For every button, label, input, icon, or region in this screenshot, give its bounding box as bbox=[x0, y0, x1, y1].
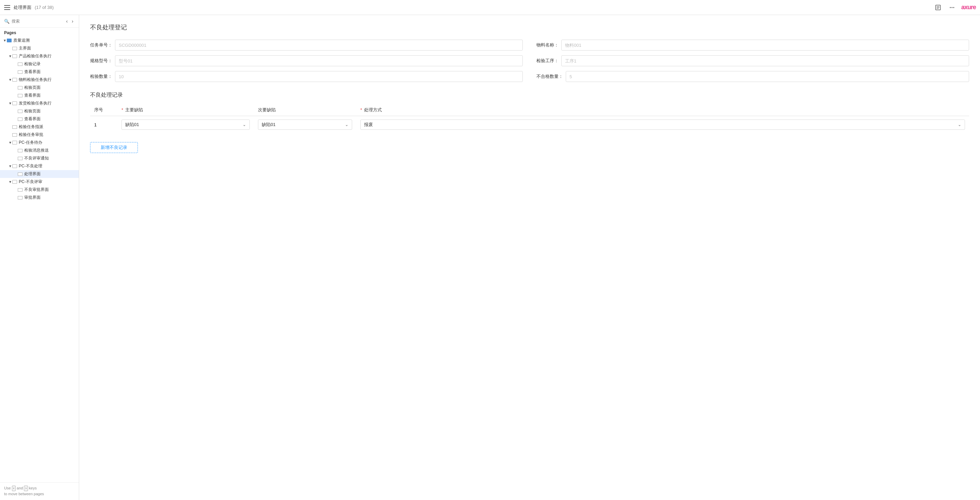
sidebar-item-mat-view[interactable]: 查看界面 bbox=[0, 91, 79, 99]
add-defect-record-button[interactable]: 新增不良记录 bbox=[90, 142, 138, 153]
sidebar-item-label: 产品检验任务执行 bbox=[19, 53, 51, 59]
task-no-input[interactable] bbox=[115, 40, 523, 51]
sidebar-item-pc-bad[interactable]: ▼ PC-不良处理 bbox=[0, 162, 79, 170]
topbar-left: 处理界面 (17 of 38) bbox=[4, 5, 934, 11]
sidebar-item-label: 检验任务审批 bbox=[19, 132, 43, 137]
cell-main-defect: 缺陷01 ⌄ bbox=[118, 116, 254, 134]
nav-next-arrow[interactable]: › bbox=[70, 18, 75, 25]
spec-field: 规格型号： bbox=[90, 55, 523, 66]
folder-icon bbox=[12, 78, 17, 81]
sidebar-item-label: 质量追溯 bbox=[13, 38, 30, 43]
sidebar: 🔍 ‹ › Pages ▼ 质量追溯 主界面 bbox=[0, 15, 79, 500]
nav-prev-arrow[interactable]: ‹ bbox=[65, 18, 69, 25]
sidebar-item-label: 不良审批界面 bbox=[24, 187, 49, 193]
sidebar-search-bar: 🔍 ‹ › bbox=[0, 15, 79, 28]
folder-icon bbox=[12, 101, 17, 105]
page-icon bbox=[12, 125, 17, 129]
page-icon bbox=[18, 86, 22, 89]
sidebar-item-label: 发货检验任务执行 bbox=[19, 101, 51, 106]
sidebar-item-prod-record[interactable]: 检验记录 bbox=[0, 60, 79, 68]
folder-icon bbox=[12, 141, 17, 144]
main-defect-select[interactable]: 缺陷01 ⌄ bbox=[121, 120, 250, 130]
minor-defect-select[interactable]: 缺陷01 ⌄ bbox=[258, 120, 352, 130]
sidebar-item-label: 检验任务指派 bbox=[19, 124, 43, 130]
sidebar-item-main-ui[interactable]: 主界面 bbox=[0, 45, 79, 52]
defect-table: 序号 主要缺陷 次要缺陷 处理方式 1 bbox=[90, 104, 969, 133]
svg-point-5 bbox=[951, 7, 952, 8]
hamburger-icon[interactable] bbox=[4, 5, 10, 10]
sidebar-item-label: 查看界面 bbox=[24, 116, 41, 122]
sidebar-item-label: 物料检验任务执行 bbox=[19, 77, 51, 83]
page-icon bbox=[12, 47, 17, 50]
sidebar-item-pc-pending[interactable]: ▼ PC-任务待办 bbox=[0, 139, 79, 147]
sidebar-item-pc-notify[interactable]: 不良评审通知 bbox=[0, 154, 79, 162]
table-row: 1 缺陷01 ⌄ 缺陷01 ⌄ bbox=[90, 116, 969, 134]
fail-qty-input[interactable] bbox=[566, 71, 969, 82]
sidebar-item-label: PC-不良处理 bbox=[19, 163, 42, 169]
cell-minor-defect: 缺陷01 ⌄ bbox=[254, 116, 356, 134]
sidebar-item-process-ui[interactable]: 处理界面 bbox=[0, 170, 79, 178]
sidebar-item-approve-task[interactable]: 检验任务审批 bbox=[0, 131, 79, 139]
sidebar-item-label: 不良评审通知 bbox=[24, 155, 49, 161]
sidebar-item-label: 检验页面 bbox=[24, 85, 41, 91]
sidebar-item-mat-task[interactable]: ▼ 物料检验任务执行 bbox=[0, 76, 79, 84]
prev-key-btn: ‹ bbox=[12, 486, 16, 491]
task-no-field: 任务单号： bbox=[90, 40, 523, 51]
fail-qty-label: 不合格数量： bbox=[536, 73, 563, 80]
sidebar-tree: ▼ 质量追溯 主界面 ▼ 产品检验任务执行 bbox=[0, 37, 79, 482]
pages-icon[interactable] bbox=[934, 3, 943, 11]
sidebar-item-pc-review[interactable]: ▼ PC-不良评审 bbox=[0, 178, 79, 186]
material-name-input[interactable] bbox=[561, 40, 969, 51]
page-icon bbox=[18, 196, 22, 200]
page-icon bbox=[18, 110, 22, 113]
topbar: 处理界面 (17 of 38) axure bbox=[0, 0, 980, 15]
inspect-qty-field: 检验数量： bbox=[90, 71, 523, 82]
task-no-label: 任务单号： bbox=[90, 42, 112, 48]
topbar-title-text: 处理界面 bbox=[14, 5, 32, 10]
sidebar-item-label: 检验消息推送 bbox=[24, 147, 49, 153]
sidebar-item-label: 主界面 bbox=[19, 45, 31, 51]
page-title: 不良处理登记 bbox=[90, 23, 969, 32]
topbar-right: axure bbox=[934, 3, 976, 11]
search-input[interactable] bbox=[11, 19, 63, 24]
sidebar-bottom-hint: Use ‹ and › keysto move between pages bbox=[0, 482, 79, 500]
topbar-page-info: (17 of 38) bbox=[35, 5, 54, 10]
sidebar-item-ship-record[interactable]: 检验页面 bbox=[0, 107, 79, 115]
sidebar-item-ship-task[interactable]: ▼ 发货检验任务执行 bbox=[0, 99, 79, 107]
sidebar-item-review-ui[interactable]: 不良审批界面 bbox=[0, 186, 79, 194]
inspect-qty-label: 检验数量： bbox=[90, 73, 112, 80]
fail-qty-field: 不合格数量： bbox=[536, 71, 969, 82]
th-minor-defect: 次要缺陷 bbox=[254, 104, 356, 116]
method-select[interactable]: 报废 ⌄ bbox=[360, 120, 965, 130]
page-icon bbox=[18, 188, 22, 192]
folder-icon bbox=[12, 54, 17, 58]
folder-blue-icon bbox=[7, 38, 11, 42]
add-btn-container: 新增不良记录 bbox=[90, 138, 969, 153]
sidebar-item-assign[interactable]: 检验任务指派 bbox=[0, 123, 79, 131]
inspect-qty-input[interactable] bbox=[115, 71, 523, 82]
cell-seq: 1 bbox=[90, 116, 118, 134]
sidebar-item-ship-view[interactable]: 查看界面 bbox=[0, 115, 79, 123]
spec-input[interactable] bbox=[115, 55, 523, 66]
cell-method: 报废 ⌄ bbox=[356, 116, 969, 134]
page-icon bbox=[12, 133, 17, 137]
folder-icon bbox=[12, 180, 17, 184]
process-input[interactable] bbox=[561, 55, 969, 66]
more-icon[interactable] bbox=[948, 3, 956, 11]
main-content: 不良处理登记 任务单号： 物料名称： 规格型号： 检验工序： bbox=[79, 15, 980, 500]
sidebar-item-mat-record[interactable]: 检验页面 bbox=[0, 84, 79, 91]
sidebar-item-pc-msg[interactable]: 检验消息推送 bbox=[0, 147, 79, 154]
sidebar-item-approve-ui[interactable]: 审批界面 bbox=[0, 194, 79, 201]
sidebar-item-quality-tracing[interactable]: ▼ 质量追溯 bbox=[0, 37, 79, 45]
layout: 🔍 ‹ › Pages ▼ 质量追溯 主界面 bbox=[0, 15, 980, 500]
sidebar-item-prod-view[interactable]: 查看界面 bbox=[0, 68, 79, 76]
sidebar-item-prod-task[interactable]: ▼ 产品检验任务执行 bbox=[0, 52, 79, 60]
th-method: 处理方式 bbox=[356, 104, 969, 116]
caret-icon: ▼ bbox=[3, 38, 7, 42]
chevron-down-icon: ⌄ bbox=[243, 122, 246, 127]
chevron-down-icon: ⌄ bbox=[345, 122, 348, 127]
sidebar-item-label: PC-不良评审 bbox=[19, 179, 42, 185]
pages-label: Pages bbox=[0, 28, 79, 37]
svg-point-4 bbox=[950, 7, 951, 8]
page-icon bbox=[18, 157, 22, 160]
